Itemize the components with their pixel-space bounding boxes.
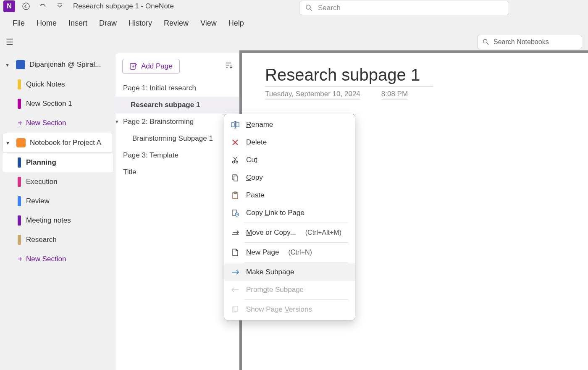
context-menu-item[interactable]: Copy Link to Page bbox=[224, 204, 355, 222]
menu-view[interactable]: View bbox=[200, 19, 217, 28]
svg-point-0 bbox=[23, 3, 29, 10]
page-meta: Tuesday, September 10, 2024 8:08 PM bbox=[265, 90, 588, 100]
section-color-tab bbox=[18, 157, 21, 168]
search-notebooks-placeholder: Search Notebooks bbox=[494, 38, 549, 46]
context-menu-item[interactable]: Move or Copy...(Ctrl+Alt+M) bbox=[224, 224, 355, 241]
page-item[interactable]: Research subpage 1 bbox=[116, 97, 239, 113]
add-page-icon bbox=[129, 63, 137, 70]
context-menu: RenameDeleteCutCopyPasteCopy Link to Pag… bbox=[224, 114, 355, 320]
menu-file[interactable]: File bbox=[13, 19, 25, 28]
page-item[interactable]: Title bbox=[116, 164, 239, 181]
section-color-tab bbox=[18, 215, 21, 226]
menubar: File Home Insert Draw History Review Vie… bbox=[0, 13, 588, 34]
svg-point-4 bbox=[483, 39, 487, 43]
add-page-label: Add Page bbox=[141, 62, 173, 71]
context-menu-item[interactable]: Cut bbox=[224, 151, 355, 169]
menu-draw[interactable]: Draw bbox=[99, 19, 117, 28]
page-item[interactable]: Brainstorming Subpage 1 bbox=[116, 130, 239, 147]
notebook-item[interactable]: ▾ Notebook for Project A bbox=[3, 133, 113, 153]
notebook-label: Dipanjenah @ Spiral... bbox=[29, 60, 101, 69]
section-item[interactable]: Research bbox=[3, 230, 113, 249]
section-item[interactable]: New Section 1 bbox=[3, 94, 113, 113]
versions-icon bbox=[231, 305, 239, 314]
search-icon bbox=[305, 4, 313, 12]
window-title: Research subpage 1 - OneNote bbox=[73, 2, 174, 10]
context-menu-label: Show Page Versions bbox=[246, 305, 312, 314]
context-menu-item: Show Page Versions bbox=[224, 301, 355, 318]
context-menu-label: Copy bbox=[246, 173, 263, 182]
sort-pages-button[interactable] bbox=[224, 61, 233, 72]
back-button[interactable] bbox=[20, 0, 32, 12]
menu-home[interactable]: Home bbox=[37, 19, 57, 28]
subpage-icon bbox=[231, 268, 239, 276]
notebook-icon bbox=[16, 138, 26, 147]
secondary-bar: ☰ Search Notebooks bbox=[0, 34, 588, 50]
context-menu-separator bbox=[244, 242, 348, 243]
page-item[interactable]: ▾ Page 2: Brainstorming bbox=[116, 113, 239, 130]
context-menu-label: Promote Subpage bbox=[246, 286, 304, 294]
context-menu-item[interactable]: New Page(Ctrl+N) bbox=[224, 244, 355, 261]
context-menu-label: Cut bbox=[246, 156, 257, 164]
section-label: Execution bbox=[26, 178, 58, 186]
section-color-tab bbox=[18, 196, 21, 206]
menu-help[interactable]: Help bbox=[228, 19, 244, 28]
page-time[interactable]: 8:08 PM bbox=[381, 90, 408, 100]
context-menu-label: Paste bbox=[246, 191, 264, 199]
paste-icon bbox=[231, 191, 239, 199]
context-menu-label: Rename bbox=[246, 121, 273, 129]
context-menu-shortcut: (Ctrl+N) bbox=[288, 249, 312, 256]
chevron-down-icon: ▾ bbox=[6, 61, 12, 68]
copy-icon bbox=[231, 173, 239, 182]
svg-line-21 bbox=[234, 157, 237, 161]
new-section-button[interactable]: + New Section bbox=[3, 113, 113, 133]
context-menu-label: New Page bbox=[246, 248, 279, 257]
context-menu-item: Promote Subpage bbox=[224, 281, 355, 299]
section-item[interactable]: Review bbox=[3, 192, 113, 211]
search-notebooks[interactable]: Search Notebooks bbox=[477, 35, 582, 49]
menu-review[interactable]: Review bbox=[164, 19, 189, 28]
notebook-sidebar: ▾ Dipanjenah @ Spiral... Quick Notes New… bbox=[0, 50, 116, 370]
app-icon: N bbox=[3, 0, 15, 12]
page-date[interactable]: Tuesday, September 10, 2024 bbox=[265, 90, 360, 100]
context-menu-item[interactable]: Rename bbox=[224, 116, 355, 134]
titlebar: N Research subpage 1 - OneNote Search bbox=[0, 0, 588, 13]
context-menu-separator bbox=[244, 223, 348, 223]
menu-history[interactable]: History bbox=[129, 19, 152, 28]
customize-qat-button[interactable] bbox=[54, 0, 66, 12]
context-menu-item[interactable]: Copy bbox=[224, 169, 355, 186]
promote-icon bbox=[231, 286, 239, 294]
chevron-down-icon: ▾ bbox=[116, 118, 118, 125]
menu-insert[interactable]: Insert bbox=[68, 19, 87, 28]
section-label: Quick Notes bbox=[26, 80, 65, 89]
new-section-label: New Section bbox=[26, 119, 66, 127]
page-item[interactable]: Page 3: Template bbox=[116, 147, 239, 164]
context-menu-item[interactable]: Paste bbox=[224, 186, 355, 204]
page-list-header: Add Page bbox=[116, 53, 239, 80]
context-menu-item[interactable]: Delete bbox=[224, 134, 355, 151]
context-menu-shortcut: (Ctrl+Alt+M) bbox=[305, 229, 341, 236]
new-section-button[interactable]: + New Section bbox=[3, 249, 113, 269]
svg-point-19 bbox=[233, 161, 235, 163]
new-section-label: New Section bbox=[26, 255, 66, 263]
context-menu-separator bbox=[244, 262, 348, 262]
notebook-item[interactable]: ▾ Dipanjenah @ Spiral... bbox=[3, 55, 113, 75]
svg-point-28 bbox=[235, 213, 239, 216]
svg-rect-13 bbox=[236, 123, 239, 127]
context-menu-item[interactable]: Make Subpage bbox=[224, 263, 355, 281]
page-title[interactable]: Research subpage 1 bbox=[265, 66, 433, 87]
svg-point-20 bbox=[236, 161, 238, 163]
undo-button[interactable] bbox=[37, 0, 49, 12]
context-menu-label: Move or Copy... bbox=[246, 228, 296, 237]
global-search[interactable]: Search bbox=[299, 1, 509, 15]
section-label: Planning bbox=[26, 158, 56, 167]
section-item[interactable]: Execution bbox=[3, 172, 113, 192]
svg-rect-33 bbox=[234, 306, 238, 311]
section-item[interactable]: Planning bbox=[3, 153, 113, 172]
page-item[interactable]: Page 1: Initial research bbox=[116, 80, 239, 97]
section-item[interactable]: Quick Notes bbox=[3, 75, 113, 94]
add-page-button[interactable]: Add Page bbox=[122, 59, 180, 74]
section-label: Review bbox=[26, 197, 50, 205]
rename-icon bbox=[231, 121, 239, 129]
section-item[interactable]: Meeting notes bbox=[3, 211, 113, 230]
hamburger-button[interactable]: ☰ bbox=[6, 37, 13, 47]
